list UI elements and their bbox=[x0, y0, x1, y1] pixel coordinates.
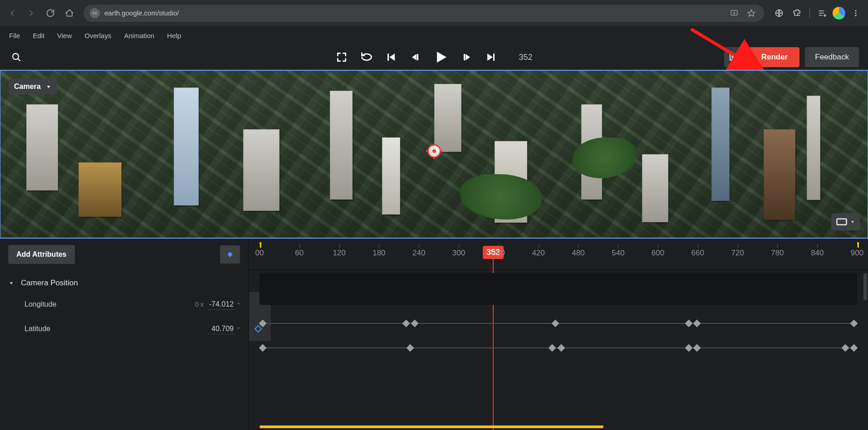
chrome-menu-icon[interactable] bbox=[848, 5, 863, 21]
chevron-down-icon bbox=[45, 83, 52, 90]
camera-target-icon[interactable] bbox=[427, 144, 441, 158]
address-bar[interactable]: earth.google.com/studio/ bbox=[83, 5, 764, 22]
menu-view[interactable]: View bbox=[57, 32, 72, 39]
extensions-icon[interactable] bbox=[790, 5, 805, 21]
timeline-tracks[interactable] bbox=[260, 270, 857, 430]
skip-start-icon[interactable] bbox=[385, 52, 396, 63]
ruler-tick-mark bbox=[260, 244, 260, 248]
svg-point-22 bbox=[732, 56, 734, 58]
install-app-icon[interactable] bbox=[728, 7, 740, 20]
keyframe[interactable] bbox=[693, 344, 701, 352]
skip-end-icon[interactable] bbox=[485, 52, 496, 63]
add-attributes-button[interactable]: Add Attributes bbox=[8, 245, 75, 264]
attribute-row-longitude: Longitude 0 x -74.012 ° bbox=[0, 292, 248, 317]
svg-marker-16 bbox=[436, 52, 446, 63]
search-icon[interactable] bbox=[9, 50, 24, 64]
ruler-tick-label: 360 bbox=[492, 249, 505, 258]
ruler-tick-mark bbox=[777, 244, 778, 248]
timeline-ruler[interactable]: 352 006012018024030036042048054060066072… bbox=[249, 239, 868, 270]
ruler-tick-label: 240 bbox=[412, 249, 425, 258]
ruler-tick-mark bbox=[658, 244, 658, 248]
attribute-unit: ° bbox=[237, 301, 240, 308]
ruler-tick-mark bbox=[419, 244, 419, 248]
menu-animation[interactable]: Animation bbox=[124, 32, 154, 39]
back-button[interactable] bbox=[5, 5, 20, 21]
keyframe-toggle-button[interactable] bbox=[220, 245, 240, 264]
keyframe[interactable] bbox=[551, 320, 559, 327]
fullscreen-icon[interactable] bbox=[335, 51, 347, 63]
keyframe[interactable] bbox=[259, 320, 266, 327]
ruler-tick-mark bbox=[299, 244, 300, 248]
attribute-value[interactable]: 40.709 bbox=[208, 324, 235, 334]
separator bbox=[809, 8, 810, 18]
keyframe[interactable] bbox=[411, 320, 419, 327]
step-forward-icon[interactable] bbox=[461, 52, 472, 63]
ruler-tick-mark bbox=[578, 244, 579, 248]
keyframe[interactable] bbox=[850, 320, 858, 327]
ruler-tick-mark bbox=[857, 244, 858, 248]
bookmark-star-icon[interactable] bbox=[745, 7, 758, 20]
svg-rect-28 bbox=[227, 252, 233, 257]
ruler-tick-mark bbox=[339, 244, 340, 248]
reload-button[interactable] bbox=[43, 5, 58, 21]
timeline-hscrollbar[interactable] bbox=[260, 425, 853, 428]
menu-file[interactable]: File bbox=[9, 32, 20, 39]
keyframe[interactable] bbox=[693, 320, 701, 327]
ruler-tick-mark bbox=[738, 244, 738, 248]
camera-selector[interactable]: Camera bbox=[9, 79, 57, 94]
attribute-group-header[interactable]: Camera Position bbox=[0, 274, 248, 292]
ruler-tick-label: 540 bbox=[612, 249, 624, 258]
timeline-vscrollbar[interactable] bbox=[863, 273, 867, 300]
play-icon[interactable] bbox=[432, 49, 449, 65]
aspect-ratio-button[interactable] bbox=[831, 213, 860, 230]
keyframe[interactable] bbox=[402, 320, 410, 327]
home-button[interactable] bbox=[62, 5, 77, 21]
chevron-down-icon bbox=[850, 219, 855, 225]
map-viewport[interactable]: Camera bbox=[0, 70, 868, 239]
keyframe[interactable] bbox=[685, 320, 692, 327]
svg-rect-1 bbox=[94, 12, 97, 12]
ruler-tick-label: 00 bbox=[255, 249, 264, 258]
render-button-label: Render bbox=[761, 53, 788, 62]
keyframe[interactable] bbox=[259, 344, 266, 352]
keyframe[interactable] bbox=[558, 344, 565, 352]
translate-icon[interactable] bbox=[771, 5, 787, 21]
menu-edit[interactable]: Edit bbox=[33, 32, 44, 39]
site-info-icon[interactable] bbox=[90, 8, 100, 18]
menu-help[interactable]: Help bbox=[167, 32, 181, 39]
snapshot-button[interactable] bbox=[724, 47, 744, 67]
media-control-icon[interactable] bbox=[814, 5, 830, 21]
attribute-group-title: Camera Position bbox=[21, 279, 78, 288]
keyframe[interactable] bbox=[685, 344, 692, 352]
track-longitude[interactable] bbox=[260, 311, 857, 336]
ruler-tick-label: 720 bbox=[731, 249, 744, 258]
svg-rect-18 bbox=[463, 54, 465, 60]
ruler-tick-label: 300 bbox=[452, 249, 465, 258]
track-background bbox=[260, 273, 857, 305]
feedback-button[interactable]: Feedback bbox=[805, 47, 859, 67]
svg-marker-29 bbox=[10, 282, 13, 284]
ruler-tick-label: 780 bbox=[771, 249, 784, 258]
render-button[interactable]: Render bbox=[750, 47, 800, 67]
svg-point-7 bbox=[855, 10, 857, 11]
keyframe[interactable] bbox=[406, 344, 414, 352]
url-text: earth.google.com/studio/ bbox=[104, 9, 723, 17]
track-latitude[interactable] bbox=[260, 336, 857, 360]
keyframe[interactable] bbox=[549, 344, 556, 352]
forward-button[interactable] bbox=[24, 5, 39, 21]
loop-icon[interactable] bbox=[360, 51, 373, 64]
camera-selector-label: Camera bbox=[14, 83, 41, 91]
menu-overlays[interactable]: Overlays bbox=[84, 32, 111, 39]
step-back-icon[interactable] bbox=[409, 52, 420, 63]
svg-rect-3 bbox=[94, 14, 97, 14]
keyframe[interactable] bbox=[850, 344, 858, 352]
svg-point-0 bbox=[93, 12, 93, 13]
svg-rect-26 bbox=[837, 219, 847, 225]
ruler-tick-label: 120 bbox=[333, 249, 345, 258]
ruler-tick-label: 420 bbox=[532, 249, 544, 258]
svg-marker-19 bbox=[487, 54, 492, 61]
attribute-value[interactable]: -74.012 bbox=[208, 299, 235, 310]
attribute-label: Latitude bbox=[25, 325, 50, 333]
profile-avatar[interactable] bbox=[833, 7, 845, 20]
keyframe[interactable] bbox=[841, 344, 849, 352]
